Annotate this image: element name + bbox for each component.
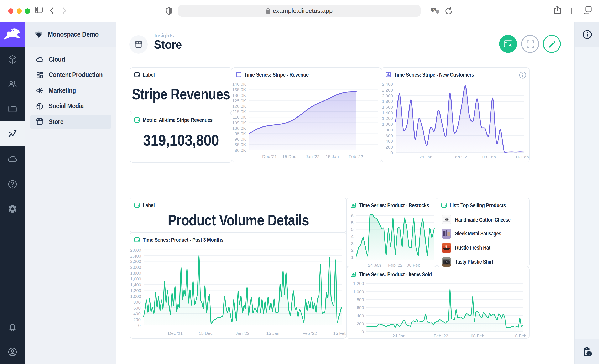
svg-text:A: A <box>433 8 435 11</box>
